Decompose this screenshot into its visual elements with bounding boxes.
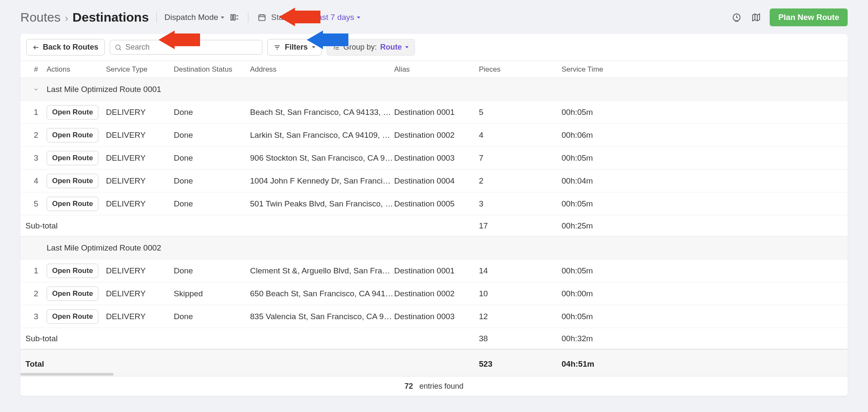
- chevron-down-icon: [312, 46, 315, 48]
- cell-address: 1004 John F Kennedy Dr, San Francisco, C…: [250, 176, 394, 186]
- open-route-button[interactable]: Open Route: [47, 128, 98, 142]
- cell-address: 650 Beach St, San Francisco, CA 94133, U…: [250, 289, 394, 298]
- breadcrumb: Routes › Destinations: [20, 10, 149, 25]
- search-input-wrapper[interactable]: [110, 40, 262, 55]
- cell-status: Done: [174, 266, 250, 276]
- cell-alias: Destination 0001: [394, 108, 479, 117]
- subtotal-row: Sub-total3800h:32m: [20, 328, 848, 349]
- open-route-button[interactable]: Open Route: [47, 197, 98, 211]
- plan-new-route-button[interactable]: Plan New Route: [770, 8, 848, 26]
- cell-address: 501 Twin Peaks Blvd, San Francisco, CA 9…: [250, 199, 394, 209]
- table-row: 1Open RouteDELIVERYDoneClement St &, Arg…: [20, 259, 848, 282]
- cell-alias: Destination 0003: [394, 153, 479, 163]
- table-row: 3Open RouteDELIVERYDone835 Valencia St, …: [20, 305, 848, 328]
- cell-service-type: DELIVERY: [106, 312, 174, 321]
- row-num: 1: [25, 108, 47, 117]
- cell-alias: Destination 0002: [394, 289, 479, 298]
- table-row: 5Open RouteDELIVERYDone501 Twin Peaks Bl…: [20, 192, 848, 215]
- start-date-value: Last 7 days: [313, 13, 354, 22]
- cell-service-type: DELIVERY: [106, 131, 174, 140]
- open-route-button[interactable]: Open Route: [47, 105, 98, 120]
- page-title: Destinations: [72, 10, 149, 25]
- cell-status: Skipped: [174, 289, 250, 298]
- subtotal-label: Sub-total: [25, 334, 106, 343]
- cell-status: Done: [174, 176, 250, 186]
- cell-service-type: DELIVERY: [106, 289, 174, 298]
- start-date-dropdown[interactable]: Last 7 days: [313, 13, 360, 22]
- row-num: 5: [25, 199, 47, 209]
- col-service-time: Service Time: [562, 65, 651, 74]
- subtotal-row: Sub-total1700h:25m: [20, 215, 848, 237]
- cell-address: Clement St &, Arguello Blvd, San Francis…: [250, 266, 394, 276]
- subtotal-service-time: 00h:25m: [562, 221, 651, 231]
- col-destination-status: Destination Status: [174, 65, 250, 74]
- cell-pieces: 2: [479, 176, 562, 186]
- cell-service-type: DELIVERY: [106, 153, 174, 163]
- horizontal-scrollbar[interactable]: [20, 372, 848, 376]
- total-service-time: 04h:51m: [562, 359, 651, 369]
- scrollbar-thumb[interactable]: [20, 373, 114, 376]
- back-to-routes-button[interactable]: Back to Routes: [26, 39, 105, 56]
- cell-status: Done: [174, 131, 250, 140]
- group-name: Last Mile Optimized Route 0001: [47, 85, 651, 94]
- cell-service-time: 00h:06m: [562, 131, 651, 140]
- group-row[interactable]: Last Mile Optimized Route 0001: [20, 78, 848, 101]
- group-by-dropdown[interactable]: Group by: Route: [327, 39, 415, 56]
- breadcrumb-parent[interactable]: Routes: [20, 10, 61, 25]
- open-route-button[interactable]: Open Route: [47, 309, 98, 324]
- table-row: 4Open RouteDELIVERYDone1004 John F Kenne…: [20, 170, 848, 192]
- entries-count: 72: [404, 382, 413, 390]
- cell-alias: Destination 0001: [394, 266, 479, 276]
- cell-status: Done: [174, 153, 250, 163]
- cell-service-type: DELIVERY: [106, 266, 174, 276]
- cell-pieces: 7: [479, 153, 562, 163]
- map-icon[interactable]: [750, 11, 762, 23]
- svg-marker-10: [753, 14, 760, 21]
- svg-rect-1: [234, 15, 235, 20]
- cell-pieces: 14: [479, 266, 562, 276]
- open-route-button[interactable]: Open Route: [47, 264, 98, 278]
- cell-service-type: DELIVERY: [106, 176, 174, 186]
- cell-alias: Destination 0003: [394, 312, 479, 321]
- cell-service-time: 00h:05m: [562, 108, 651, 117]
- search-input[interactable]: [125, 43, 258, 52]
- cell-pieces: 5: [479, 108, 562, 117]
- table-header: # Actions Service Type Destination Statu…: [20, 61, 848, 78]
- open-route-button[interactable]: Open Route: [47, 151, 98, 165]
- open-route-button[interactable]: Open Route: [47, 287, 98, 301]
- dispatch-mode-dropdown[interactable]: Dispatch Mode: [164, 13, 224, 22]
- open-route-button[interactable]: Open Route: [47, 174, 98, 188]
- col-service-type: Service Type: [106, 65, 174, 74]
- total-pieces: 523: [479, 359, 562, 369]
- tune-columns-icon[interactable]: [228, 11, 240, 23]
- cell-service-time: 00h:05m: [562, 199, 651, 209]
- back-label: Back to Routes: [43, 43, 98, 52]
- row-num: 3: [25, 312, 47, 321]
- group-row[interactable]: Last Mile Optimized Route 0002: [20, 237, 848, 259]
- cell-service-time: 00h:05m: [562, 312, 651, 321]
- row-num: 4: [25, 176, 47, 186]
- subtotal-pieces: 17: [479, 221, 562, 231]
- table-row: 3Open RouteDELIVERYDone906 Stockton St, …: [20, 147, 848, 170]
- history-icon[interactable]: [731, 11, 743, 23]
- cell-service-time: 00h:00m: [562, 289, 651, 298]
- filters-dropdown[interactable]: Filters: [267, 39, 322, 56]
- table-row: 1Open RouteDELIVERYDoneBeach St, San Fra…: [20, 101, 848, 124]
- divider-icon: [248, 12, 248, 22]
- cell-alias: Destination 0005: [394, 199, 479, 209]
- chevron-down-icon: [25, 86, 47, 92]
- col-num: #: [25, 65, 47, 74]
- cell-alias: Destination 0002: [394, 131, 479, 140]
- start-date-label: Start Date:: [271, 13, 310, 22]
- cell-pieces: 12: [479, 312, 562, 321]
- cell-service-type: DELIVERY: [106, 199, 174, 209]
- cell-status: Done: [174, 312, 250, 321]
- dispatch-mode-label: Dispatch Mode: [164, 13, 218, 22]
- total-row: Total 523 04h:51m: [20, 349, 848, 372]
- cell-alias: Destination 0004: [394, 176, 479, 186]
- row-num: 1: [25, 266, 47, 276]
- cell-address: 835 Valencia St, San Francisco, CA 94110…: [250, 312, 394, 321]
- entries-footer: 72 entries found: [20, 376, 848, 396]
- divider-icon: [156, 12, 157, 22]
- col-pieces: Pieces: [479, 65, 562, 74]
